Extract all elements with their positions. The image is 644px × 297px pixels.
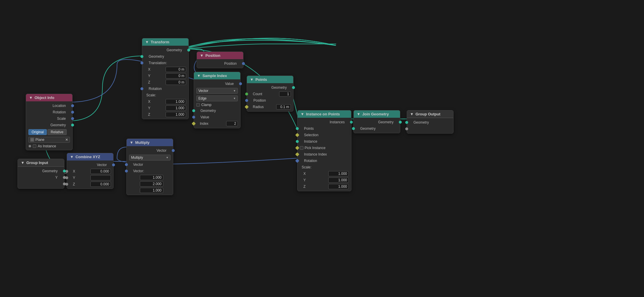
group-output-node: ▼ Group Output Geometry: [407, 110, 454, 134]
iop-sz: Z: [298, 183, 351, 190]
sample-index-geometry-socket[interactable]: [192, 109, 195, 112]
iop-sz-input[interactable]: [328, 184, 349, 189]
multiply-output-socket[interactable]: [172, 149, 175, 152]
multiply-collapse[interactable]: ▼: [130, 140, 133, 145]
sample-index-collapse[interactable]: ▼: [197, 74, 201, 78]
iop-sy-input[interactable]: [328, 177, 349, 183]
transform-sy-input[interactable]: [166, 105, 186, 111]
transform-x-input[interactable]: [166, 67, 186, 72]
sample-index-header: ▼ Sample Index: [194, 72, 240, 79]
object-info-rotation-socket[interactable]: [71, 111, 74, 114]
iop-scale-label: Scale:: [298, 164, 351, 170]
iop-sx-input[interactable]: [328, 171, 349, 176]
go-collapse[interactable]: ▼: [410, 112, 414, 116]
cxyz-in-y: Y: [67, 175, 113, 181]
gi-out-extra: [18, 181, 64, 187]
iop-output-socket[interactable]: [350, 121, 353, 124]
sample-index-index-input[interactable]: [226, 121, 238, 126]
collapse-arrow[interactable]: ▼: [145, 40, 149, 44]
transform-y-input[interactable]: [166, 73, 186, 78]
transform-sz-row: Z: [142, 111, 188, 118]
multiply-vector2-socket[interactable]: [125, 170, 128, 173]
jg-in-geometry: Geometry: [354, 125, 400, 132]
cxyz-y-input[interactable]: [90, 175, 111, 180]
gi-y-socket[interactable]: [63, 176, 66, 179]
object-info-collapse[interactable]: ▼: [29, 95, 33, 100]
points-radius-socket[interactable]: [245, 105, 249, 109]
object-info-as-instance-checkbox[interactable]: [33, 144, 36, 148]
transform-z-input[interactable]: [166, 80, 186, 85]
object-info-original-btn[interactable]: Original: [28, 129, 47, 135]
sample-index-value-socket[interactable]: [192, 116, 195, 119]
gi-geometry-socket[interactable]: [63, 170, 66, 173]
iop-pick-checkbox[interactable]: [300, 146, 303, 150]
iop-instance-socket[interactable]: [296, 140, 299, 143]
object-info-mode-buttons: Original Relative: [26, 128, 72, 136]
points-position-socket[interactable]: [245, 99, 248, 102]
cxyz-in-z: Z: [67, 181, 113, 187]
go-geometry-socket[interactable]: [405, 121, 408, 124]
object-info-location-socket[interactable]: [71, 104, 74, 107]
points-radius-input[interactable]: [276, 104, 291, 110]
object-info-input-socket[interactable]: [28, 145, 31, 148]
jg-output-socket[interactable]: [399, 121, 402, 124]
points-in-count: Count: [247, 91, 293, 97]
iop-rotation-socket[interactable]: [295, 159, 299, 163]
iop-collapse[interactable]: ▼: [300, 112, 304, 116]
transform-sz-input[interactable]: [166, 112, 186, 117]
combine-xyz-header: ▼ Combine XYZ: [67, 153, 113, 161]
points-title: Points: [255, 77, 267, 82]
object-info-geometry-socket[interactable]: [71, 124, 74, 127]
points-count-socket[interactable]: [245, 93, 248, 95]
transform-header: ▼ Transform: [142, 38, 188, 46]
multiply-v1-input[interactable]: [140, 175, 163, 180]
object-info-object-picker[interactable]: □ Plane ✕: [28, 137, 70, 143]
transform-sx-row: X: [142, 98, 188, 105]
transform-output-geometry-socket[interactable]: [187, 49, 190, 52]
object-info-relative-btn[interactable]: Relative: [47, 129, 66, 135]
iop-selection-socket[interactable]: [295, 133, 299, 137]
cxyz-collapse[interactable]: ▼: [70, 155, 74, 159]
multiply-vector-socket[interactable]: [125, 163, 128, 166]
gi-collapse[interactable]: ▼: [21, 161, 25, 165]
cxyz-output-socket[interactable]: [112, 163, 115, 166]
iop-points-socket[interactable]: [296, 127, 299, 130]
multiply-v2-input[interactable]: [140, 181, 163, 187]
object-info-clear-btn[interactable]: ✕: [65, 138, 68, 142]
transform-input-translation-socket[interactable]: [140, 62, 143, 64]
position-collapse[interactable]: ▼: [200, 53, 204, 58]
sample-index-index-socket[interactable]: [192, 122, 196, 126]
points-output-socket[interactable]: [292, 86, 295, 89]
gi-out-geometry: Geometry: [18, 168, 64, 174]
combine-xyz-node: ▼ Combine XYZ Vector X Y Z: [67, 153, 114, 189]
sample-index-clamp-checkbox[interactable]: [196, 103, 200, 107]
jg-input-socket[interactable]: [352, 127, 355, 130]
multiply-v3-input[interactable]: [140, 188, 163, 193]
multiply-out-vector: Vector: [127, 147, 173, 154]
points-collapse[interactable]: ▼: [250, 77, 254, 82]
object-info-out-scale: Scale: [26, 115, 72, 122]
go-extra-socket[interactable]: [405, 127, 408, 130]
sample-index-in-value: Value: [194, 114, 240, 120]
iop-in-instance-index: Instance Index: [298, 151, 351, 158]
transform-x-row: X: [142, 66, 188, 73]
group-input-header: ▼ Group Input: [18, 159, 64, 167]
sample-index-output-socket[interactable]: [239, 82, 242, 85]
sample-index-domain-dropdown[interactable]: Edge▼: [196, 95, 238, 101]
position-output-socket[interactable]: [242, 62, 245, 65]
points-count-input[interactable]: [279, 91, 291, 97]
cxyz-z-input[interactable]: [90, 182, 111, 187]
cxyz-x-input[interactable]: [90, 169, 111, 174]
sample-index-type-dropdown[interactable]: Vector▼: [196, 88, 238, 94]
object-info-scale-socket[interactable]: [71, 117, 74, 120]
transform-rotation-socket[interactable]: [140, 87, 143, 90]
gi-extra-socket[interactable]: [63, 182, 66, 185]
jg-collapse[interactable]: ▼: [357, 112, 360, 116]
iop-instance-index-socket[interactable]: [295, 152, 299, 156]
transform-input-geometry-socket[interactable]: [140, 55, 143, 58]
multiply-v1: [127, 174, 173, 181]
transform-sx-input[interactable]: [166, 99, 186, 104]
iop-pick-instance-socket[interactable]: [295, 146, 299, 150]
object-info-header: ▼ Object Info: [26, 94, 72, 101]
multiply-op-dropdown[interactable]: Multiply▼: [129, 155, 171, 161]
